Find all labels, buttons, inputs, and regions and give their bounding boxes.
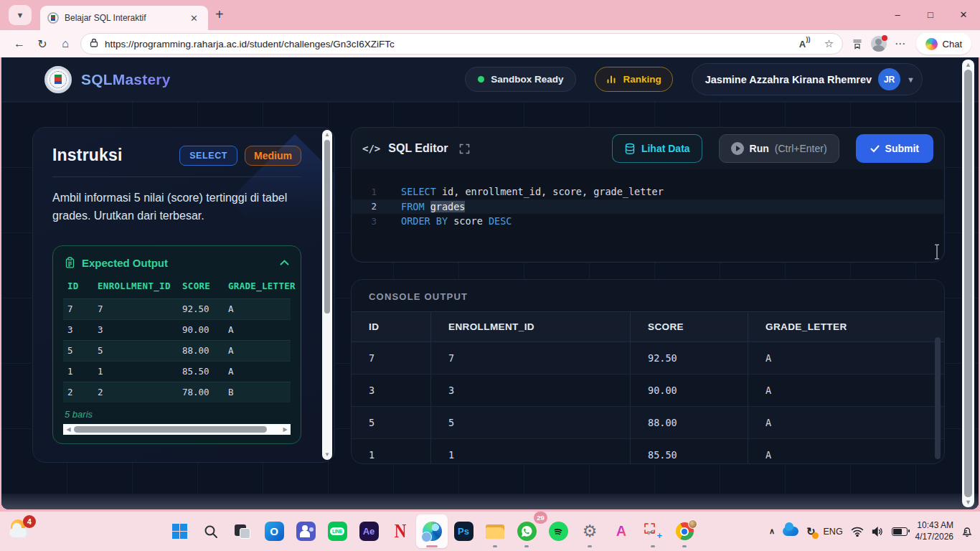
ranking-button[interactable]: Ranking [595,67,672,92]
window-minimize-button[interactable]: – [881,0,914,29]
brand-name: SQLMastery [81,71,171,88]
expected-output-card: Expected Output IDENROLLMENT_IDSCOREGRAD… [52,245,301,444]
whatsapp-button[interactable]: 29 [511,514,542,548]
search-button[interactable] [195,514,227,548]
weather-widget[interactable]: 4 [6,515,39,547]
database-icon [624,143,636,155]
code-lines: 1SELECT id, enrollment_id, score, grade_… [352,184,943,229]
scroll-right-arrow-icon[interactable]: ▶ [281,426,289,433]
read-aloud-icon[interactable]: A)) [793,34,813,54]
panel-scroll-thumb[interactable] [324,140,330,314]
chrome-icon [676,522,694,540]
taskbar-clock[interactable]: 10:43 AM 4/17/2026 [915,520,953,542]
netflix-button[interactable]: N [385,514,416,548]
view-data-label: Lihat Data [641,143,690,154]
console-table-row: 7792.50A [352,342,944,375]
scroll-down-arrow-icon[interactable]: ▼ [324,452,330,458]
submit-button[interactable]: Submit [856,134,933,163]
horizontal-scroll-thumb[interactable] [74,426,267,433]
page-scrollbar[interactable]: ▲ ▼ [962,60,974,507]
onedrive-icon[interactable] [783,527,798,536]
code-line[interactable]: 3ORDER BY score DESC [352,214,943,229]
back-button[interactable]: ← [9,33,30,55]
volume-icon[interactable] [872,527,884,537]
windows-icon [172,524,187,539]
folder-icon [486,524,504,539]
collections-icon[interactable] [847,34,867,54]
web-page: SQLMastery Sandbox Ready Ranking Jasmine… [0,57,980,512]
brand[interactable]: SQLMastery [44,66,171,93]
query-type-badge: SELECT [179,146,237,166]
code-line[interactable]: 2FROM grades [352,199,943,215]
tab-close-button[interactable]: ✕ [187,11,201,25]
tab-search-button[interactable]: ▼ [9,5,32,25]
console-column-header: ID [352,312,430,342]
spotify-icon [549,522,568,541]
expected-table-row: 3390.00A [63,319,291,340]
console-table-body: 7792.50A3390.00A5588.00A1185.50A [352,342,944,464]
window-maximize-button[interactable]: □ [914,0,947,29]
date: 4/17/2026 [915,532,953,543]
status-dot-icon [478,76,484,83]
gradient-a-app-button[interactable]: A [606,514,637,548]
home-button[interactable]: ⌂ [55,33,76,55]
run-button[interactable]: Run (Ctrl+Enter) [719,134,839,163]
expected-output-header[interactable]: Expected Output [63,255,291,276]
console-column-header: GRADE_LETTER [748,312,944,342]
expected-table-row: 2278.00B [63,382,291,402]
new-tab-button[interactable]: + [215,6,224,23]
scroll-left-arrow-icon[interactable]: ◀ [65,426,72,433]
code-line[interactable]: 1SELECT id, enrollment_id, score, grade_… [352,184,943,199]
address-bar[interactable]: https://programming.raharja.ac.id/studen… [80,33,843,55]
view-data-button[interactable]: Lihat Data [612,134,702,163]
teams-button[interactable] [290,514,321,548]
start-button[interactable] [164,514,195,548]
after-effects-button[interactable]: Ae [353,514,385,548]
page-scroll-thumb[interactable] [964,70,972,497]
console-table-row: 5588.00A [352,407,944,439]
refresh-button[interactable]: ↻ [32,33,53,55]
console-output-title: CONSOLE OUTPUT [352,280,944,311]
expand-icon[interactable] [459,143,470,154]
update-sync-icon[interactable]: ↻ [806,525,816,538]
expected-column-header: GRADE_LETTER [228,281,296,291]
browser-tab[interactable]: Belajar SQL Interaktif ✕ [40,6,208,30]
line-button[interactable]: LINE [321,514,353,548]
task-view-button[interactable] [227,514,258,548]
browser-profile-button[interactable] [869,34,889,54]
scroll-down-arrow-icon[interactable]: ▼ [965,499,971,506]
file-explorer-button[interactable] [479,514,511,548]
row-count-label: 5 baris [65,409,289,420]
window-close-button[interactable]: ✕ [947,0,980,29]
scroll-up-arrow-icon[interactable]: ▲ [324,132,330,138]
code-editor[interactable]: 1SELECT id, enrollment_id, score, grade_… [352,169,943,261]
search-icon [204,524,218,539]
favorite-star-icon[interactable]: ☆ [819,34,839,54]
wifi-icon[interactable] [851,527,864,537]
expected-table-body: 7792.50A3390.00A5588.00A1185.50A2278.00B [63,298,291,402]
snipping-tool-button[interactable]: ✂+ [637,514,669,548]
scroll-up-arrow-icon[interactable]: ▲ [965,61,971,68]
panel-scrollbar[interactable]: ▲ ▼ [322,130,332,460]
horizontal-scrollbar[interactable]: ◀ ▶ [63,424,291,435]
console-scroll-thumb[interactable] [935,337,941,459]
chrome-button[interactable] [669,514,700,548]
language-indicator[interactable]: ENG [824,527,843,537]
hidden-icons-button[interactable]: ∧ [769,527,775,536]
user-menu[interactable]: Jasmine Azzahra Kirana Rhemrev JR ▼ [692,63,923,95]
expected-output-title: Expected Output [82,257,273,269]
photoshop-button[interactable]: Ps [448,514,479,548]
settings-button[interactable]: ⚙ [574,514,606,548]
copilot-chat-button[interactable]: Chat [916,33,971,55]
outlook-button[interactable]: O [258,514,290,548]
spotify-button[interactable] [542,514,574,548]
settings-more-button[interactable]: ⋯ [890,34,910,54]
expected-table-header: IDENROLLMENT_IDSCOREGRADE_LETTER [63,276,291,298]
notification-bell-icon[interactable]: z [961,526,973,537]
chevron-down-icon: ▼ [907,75,915,84]
divider [52,176,301,177]
edge-button[interactable] [416,514,448,548]
line-number: 2 [352,201,388,212]
battery-icon[interactable] [892,527,908,536]
edge-icon [423,522,442,541]
